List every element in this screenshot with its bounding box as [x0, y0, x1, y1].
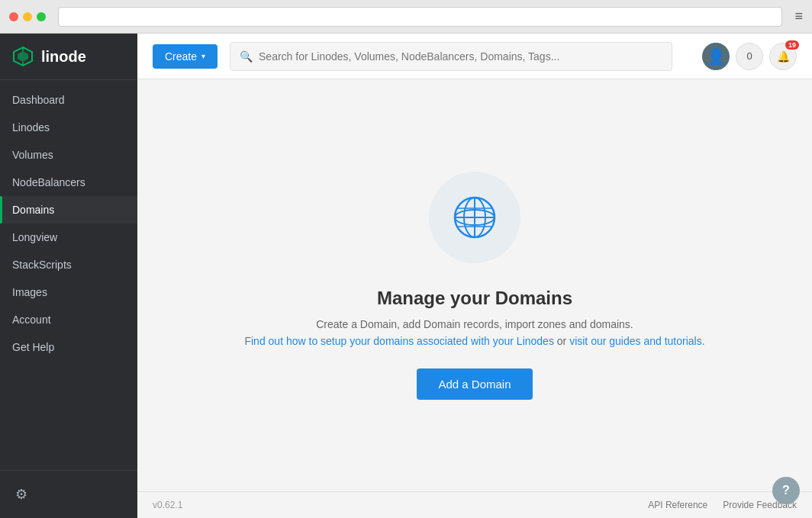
version-label: v0.62.1 [153, 500, 182, 510]
browser-dots [9, 12, 46, 21]
header: Create ▾ 🔍 👤 0 🔔 19 [137, 34, 812, 79]
svg-marker-1 [18, 51, 28, 62]
help-fab-button[interactable]: ? [772, 477, 800, 504]
logo-text: linode [41, 48, 86, 66]
content-area: Manage your Domains Create a Domain, add… [137, 79, 812, 491]
dot-yellow[interactable] [23, 12, 32, 21]
sidebar: linode Dashboard Linodes Volumes NodeBal… [0, 34, 137, 518]
sidebar-item-dashboard[interactable]: Dashboard [0, 86, 137, 114]
dot-green[interactable] [37, 12, 46, 21]
app: linode Dashboard Linodes Volumes NodeBal… [0, 34, 812, 518]
search-bar[interactable]: 🔍 [230, 42, 672, 71]
search-icon: 🔍 [240, 50, 253, 63]
user-avatar-icon: 👤 [707, 47, 726, 66]
header-actions: 👤 0 🔔 19 [702, 43, 797, 70]
sidebar-bottom: ⚙ [0, 470, 137, 518]
sidebar-item-get-help[interactable]: Get Help [0, 333, 137, 361]
bell-icon: 🔔 [777, 50, 790, 63]
browser-menu-icon[interactable]: ≡ [794, 8, 803, 24]
guides-link[interactable]: visit our guides and tutorials. [569, 335, 704, 347]
domains-illustration [429, 172, 520, 263]
linode-logo-icon [12, 46, 34, 67]
api-reference-link[interactable]: API Reference [648, 500, 707, 510]
add-domain-button[interactable]: Add a Domain [417, 368, 532, 400]
sidebar-item-volumes[interactable]: Volumes [0, 141, 137, 169]
sidebar-logo[interactable]: linode [0, 34, 137, 80]
sidebar-item-images[interactable]: Images [0, 278, 137, 306]
create-button[interactable]: Create ▾ [153, 44, 218, 69]
globe-icon [450, 193, 499, 242]
sidebar-item-stackscripts[interactable]: StackScripts [0, 251, 137, 278]
search-input[interactable] [259, 50, 662, 63]
notification-badge: 19 [785, 40, 799, 50]
sidebar-item-linodes[interactable]: Linodes [0, 114, 137, 141]
create-chevron-icon: ▾ [201, 52, 205, 60]
content-links: Find out how to setup your domains assoc… [244, 335, 704, 347]
content-description: Create a Domain, add Domain records, imp… [316, 318, 633, 330]
sidebar-item-domains[interactable]: Domains [0, 196, 137, 224]
main: Create ▾ 🔍 👤 0 🔔 19 [137, 34, 812, 518]
browser-chrome: ≡ [0, 0, 812, 34]
address-bar[interactable] [58, 7, 782, 27]
sidebar-item-account[interactable]: Account [0, 306, 137, 333]
score-button[interactable]: 0 [736, 43, 763, 70]
footer-links: API Reference Provide Feedback [648, 500, 797, 510]
page-title: Manage your Domains [377, 288, 572, 309]
settings-button[interactable]: ⚙ [12, 483, 31, 506]
setup-link[interactable]: Find out how to setup your domains assoc… [244, 335, 553, 347]
sidebar-item-nodebalancers[interactable]: NodeBalancers [0, 169, 137, 196]
avatar-button[interactable]: 👤 [702, 43, 730, 70]
sidebar-item-longview[interactable]: Longview [0, 224, 137, 251]
dot-red[interactable] [9, 12, 18, 21]
sidebar-nav: Dashboard Linodes Volumes NodeBalancers … [0, 80, 137, 470]
footer: v0.62.1 API Reference Provide Feedback [137, 491, 812, 518]
notifications-button[interactable]: 🔔 19 [769, 43, 797, 70]
